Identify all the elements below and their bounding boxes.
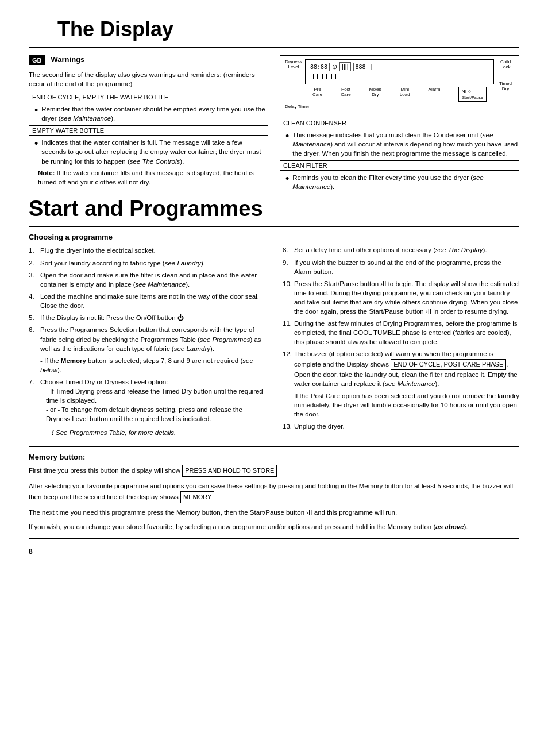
step-11-text: During the last few minutes of Drying Pr… <box>294 319 519 346</box>
step-2: 2. Sort your laundry according to fabric… <box>29 259 265 268</box>
step-8: 8. Set a delay time and other options if… <box>283 245 519 254</box>
end-of-cycle-text: Reminder that the water container should… <box>41 105 268 123</box>
start-title: Start and Programmes <box>29 196 519 221</box>
sq2 <box>317 74 323 79</box>
bar-icon2: | <box>371 63 372 70</box>
step-9: 9. If you wish the buzzer to sound at th… <box>283 258 519 276</box>
step-3-text: Open the door and make sure the filter i… <box>40 271 265 289</box>
bullet-icon3: • <box>285 131 289 141</box>
step-12-extra: If the Post Care option has been selecte… <box>294 391 519 419</box>
exclamation-note: ! See Programmes Table, for more details… <box>29 426 265 437</box>
clean-filter-label: CLEAN FILTER <box>280 160 519 171</box>
steps-right: 8. Set a delay time and other options if… <box>283 245 519 431</box>
step-4-text: Load the machine and make sure items are… <box>40 292 265 310</box>
end-of-cycle-inline-box: END OF CYCLE, POST CARE PHASE <box>391 359 506 370</box>
clean-filter-text: Reminds you to clean the Filter every ti… <box>292 173 519 191</box>
display-row1: 88:88 ⊙ |||| 888 | <box>308 62 491 71</box>
step-8-text: Set a delay time and other options if ne… <box>294 245 519 254</box>
empty-water-label: EMPTY WATER BOTTLE <box>29 125 268 136</box>
num-11: 11. <box>283 319 294 328</box>
warnings-intro: The second line of the display also give… <box>29 70 268 88</box>
step-10: 10. Press the Start/Pause button ›II to … <box>283 279 519 316</box>
sq4 <box>335 74 341 79</box>
num-8: 8. <box>283 245 294 254</box>
note-block: Note: If the water container fills and t… <box>38 168 268 187</box>
time-display: 88:88 <box>308 63 330 71</box>
memory-para3: If you wish, you can change your stored … <box>29 522 519 532</box>
step-12-text: The buzzer (if option selected) will war… <box>294 349 519 419</box>
clean-filter-bullet: • Reminds you to clean the Filter every … <box>285 173 519 191</box>
num-3: 3. <box>29 271 40 280</box>
memory-note-text: - If the Memory button is selected; step… <box>40 356 265 375</box>
clean-condenser-bullet: • This message indicates that you must c… <box>285 130 519 158</box>
end-of-cycle-label: END OF CYCLE, EMPTY THE WATER BOTTLE <box>29 92 268 102</box>
step-7-sub2: - or - To change from default dryness se… <box>46 405 265 423</box>
sq1 <box>308 74 314 79</box>
power-icon: ⏻ <box>177 314 184 321</box>
note-label: Note: <box>38 169 55 176</box>
exclamation-text: ! See Programmes Table, for more details… <box>52 428 265 437</box>
step-9-text: If you wish the buzzer to sound at the e… <box>294 258 519 276</box>
timed-dry-label: Timed Dry <box>497 81 514 91</box>
prog-left: Choosing a programme 1. Plug the dryer i… <box>29 233 265 440</box>
btn-start-pause: ›II ○Start/Pause <box>458 87 487 102</box>
step-memory-note: - If the Memory button is selected; step… <box>29 356 265 375</box>
display-left-col: GB Warnings The second line of the displ… <box>29 55 268 194</box>
btn-mini-load: MiniLoad <box>400 87 410 102</box>
diagram-bottom-labels: Delay Timer <box>285 104 514 109</box>
step-10-text: Press the Start/Pause button ›II to begi… <box>294 279 519 316</box>
step-6: 6. Press the Programmes Selection button… <box>29 325 265 353</box>
clean-condenser-label: CLEAN CONDENSER <box>280 118 519 128</box>
step-12: 12. The buzzer (if option selected) will… <box>283 349 519 419</box>
step-4: 4. Load the machine and make sure items … <box>29 292 265 310</box>
num-12: 12. <box>283 349 294 358</box>
small-display: 888 <box>353 63 368 71</box>
page-number: 8 <box>29 547 519 556</box>
gb-label: GB <box>29 55 45 65</box>
bottom-divider <box>29 446 519 447</box>
clock-icon: ⊙ <box>332 63 337 71</box>
display-screen: 88:88 ⊙ |||| 888 | <box>305 59 494 84</box>
page: The Display GB Warnings The second line … <box>0 0 548 573</box>
num-blank <box>29 356 40 365</box>
num-4: 4. <box>29 292 40 301</box>
display-row2 <box>308 74 491 79</box>
final-divider <box>29 538 519 539</box>
memory-box: MEMORY <box>180 491 214 503</box>
memory-para1: After selecting your favourite programme… <box>29 481 519 503</box>
memory-heading: Memory button: <box>29 453 519 461</box>
child-lock-label: Child Lock <box>497 59 514 70</box>
clean-condenser-text: This message indicates that you must cle… <box>292 130 519 158</box>
step-6-text: Press the Programmes Selection button th… <box>40 325 265 353</box>
step-3: 3. Open the door and make sure the filte… <box>29 271 265 289</box>
dryness-level-label: Dryness Level <box>285 59 302 70</box>
warnings-heading: Warnings <box>51 55 85 64</box>
step-7: 7. Choose Timed Dry or Dryness Level opt… <box>29 377 265 423</box>
bars-icon: |||| <box>339 62 350 71</box>
top-divider <box>29 47 519 48</box>
display-content: GB Warnings The second line of the displ… <box>29 55 519 194</box>
step-11: 11. During the last few minutes of Dryin… <box>283 319 519 346</box>
steps-left: 1. Plug the dryer into the electrical so… <box>29 246 265 437</box>
choosing-heading: Choosing a programme <box>29 233 265 241</box>
num-5: 5. <box>29 313 40 322</box>
display-diagram: Dryness Level 88:88 ⊙ |||| 888 | <box>280 55 519 113</box>
num-7: 7. <box>29 377 40 387</box>
programmes-content: Choosing a programme 1. Plug the dryer i… <box>29 233 519 440</box>
empty-water-bullet: • Indicates that the water container is … <box>34 138 268 165</box>
step-7-text: Choose Timed Dry or Dryness Level option… <box>40 377 265 423</box>
bullet-icon: • <box>34 105 38 115</box>
step-13-text: Unplug the dryer. <box>294 422 519 431</box>
warnings-header-row: GB Warnings <box>29 55 268 65</box>
btn-alarm: Alarm <box>429 87 441 102</box>
press-hold-box: PRESS AND HOLD TO STORE <box>182 465 277 477</box>
num-9: 9. <box>283 258 294 267</box>
step-2-text: Sort your laundry according to fabric ty… <box>40 259 265 268</box>
btn-pre-care: PreCare <box>312 87 322 102</box>
step-13: 13. Unplug the dryer. <box>283 422 519 431</box>
memory-section: Memory button: First time you press this… <box>29 453 519 532</box>
sq3 <box>326 74 332 79</box>
num-1: 1. <box>29 246 40 255</box>
diagram-inner: Dryness Level 88:88 ⊙ |||| 888 | <box>285 59 514 102</box>
num-6: 6. <box>29 325 40 334</box>
